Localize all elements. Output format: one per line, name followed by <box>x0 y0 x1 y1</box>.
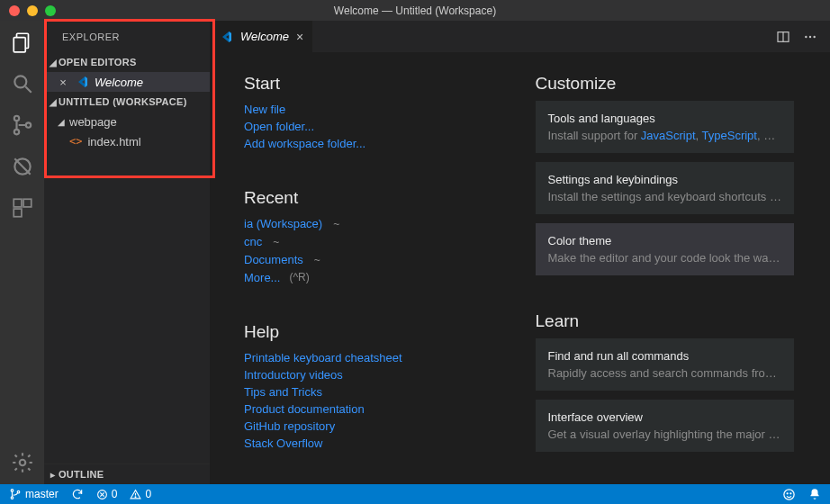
folder-label: webpage <box>69 115 117 129</box>
card-subtitle: Get a visual overlay highlighting the ma… <box>548 428 782 441</box>
svg-point-18 <box>11 490 14 492</box>
warnings-status[interactable]: 0 <box>130 488 151 500</box>
open-editors-header[interactable]: ◢ OPEN EDITORS <box>44 52 210 72</box>
feedback-icon[interactable] <box>782 488 796 501</box>
help-section: Help Printable keyboard cheatsheet Intro… <box>244 322 503 452</box>
window-minimize-button[interactable] <box>27 5 38 16</box>
tabs-bar: Welcome × <box>210 21 830 52</box>
recent-name[interactable]: Documents <box>244 251 303 268</box>
recent-item[interactable]: cnc ~ <box>244 233 503 251</box>
debug-icon[interactable] <box>10 154 35 179</box>
branch-name: master <box>25 488 59 500</box>
card-sub-text: Install support for <box>548 129 641 142</box>
svg-point-16 <box>809 35 811 37</box>
html-file-icon: <> <box>69 135 82 148</box>
extensions-icon[interactable] <box>10 195 35 220</box>
titlebar: Welcome — Untitled (Workspace) <box>0 0 830 21</box>
svg-point-4 <box>14 116 18 121</box>
card-title: Color theme <box>548 234 782 248</box>
tab-welcome[interactable]: Welcome × <box>210 21 313 52</box>
window-close-button[interactable] <box>9 5 20 16</box>
recent-item[interactable]: Documents ~ <box>244 251 503 269</box>
lang-link[interactable]: Pyt… <box>763 129 781 142</box>
svg-line-3 <box>25 86 32 93</box>
customize-card-tools[interactable]: Tools and languages Install support for … <box>536 101 795 153</box>
welcome-page: Start New file Open folder... Add worksp… <box>210 52 830 484</box>
source-control-icon[interactable] <box>10 112 35 138</box>
more-actions-icon[interactable] <box>803 30 817 44</box>
card-subtitle: Rapidly access and search commands from … <box>548 366 782 380</box>
learn-card-commands[interactable]: Find and run all commands Rapidly access… <box>536 338 795 391</box>
svg-point-20 <box>17 490 20 493</box>
window-maximize-button[interactable] <box>45 5 56 16</box>
outline-header[interactable]: ▸ OUTLINE <box>44 464 210 484</box>
svg-point-17 <box>813 35 815 37</box>
welcome-right-column: Customize Tools and languages Install su… <box>536 74 795 463</box>
svg-rect-9 <box>14 199 22 207</box>
close-icon[interactable]: × <box>296 30 303 44</box>
svg-point-2 <box>14 76 26 87</box>
card-title: Settings and keybindings <box>548 173 782 186</box>
svg-point-15 <box>805 35 807 37</box>
svg-point-6 <box>25 122 30 127</box>
open-editors-label: OPEN EDITORS <box>59 57 137 68</box>
recent-name[interactable]: cnc <box>244 233 262 250</box>
card-subtitle: Install support for JavaScript, TypeScri… <box>548 129 782 142</box>
help-link[interactable]: Stack Overflow <box>244 435 503 452</box>
recent-item[interactable]: ia (Workspace) ~ <box>244 215 503 233</box>
file-label: index.html <box>87 135 140 148</box>
close-icon[interactable]: × <box>57 76 69 89</box>
help-link[interactable]: GitHub repository <box>244 418 503 435</box>
workspace-header[interactable]: ◢ UNTITLED (WORKSPACE) <box>44 92 210 112</box>
sidebar: EXPLORER ◢ OPEN EDITORS × Welcome ◢ UNTI… <box>44 21 210 484</box>
notifications-icon[interactable] <box>808 488 821 500</box>
help-link[interactable]: Printable keyboard cheatsheet <box>244 349 503 366</box>
status-bar: master 0 0 <box>0 484 830 504</box>
window-title: Welcome — Untitled (Workspace) <box>0 4 830 17</box>
learn-card-overview[interactable]: Interface overview Get a visual overlay … <box>536 400 795 452</box>
window-controls <box>0 5 56 16</box>
folder-item[interactable]: ◢ webpage <box>44 112 210 131</box>
help-link[interactable]: Tips and Tricks <box>244 383 503 400</box>
vscode-file-icon <box>75 75 89 89</box>
customize-card-settings[interactable]: Settings and keybindings Install the set… <box>536 162 795 214</box>
split-editor-icon[interactable] <box>776 30 790 44</box>
gear-icon[interactable] <box>10 450 35 475</box>
recent-path: ~ <box>273 234 279 251</box>
start-section: Start New file Open folder... Add worksp… <box>244 74 503 152</box>
sidebar-title: EXPLORER <box>44 21 210 52</box>
new-file-link[interactable]: New file <box>244 101 503 118</box>
chevron-right-icon: ▸ <box>48 470 59 480</box>
add-workspace-folder-link[interactable]: Add workspace folder... <box>244 135 503 152</box>
help-link[interactable]: Product documentation <box>244 400 503 418</box>
editor-area: Welcome × Start New file Open fold <box>210 21 830 484</box>
search-icon[interactable] <box>10 71 35 96</box>
open-editor-item[interactable]: × Welcome <box>44 72 210 92</box>
recent-path: ~ <box>333 216 339 233</box>
recent-more-link[interactable]: More... <box>244 269 280 286</box>
sync-status[interactable] <box>71 488 84 500</box>
lang-link[interactable]: JavaScript <box>641 129 696 142</box>
svg-point-26 <box>784 489 794 499</box>
customize-card-theme[interactable]: Color theme Make the editor and your cod… <box>536 223 795 275</box>
help-link[interactable]: Introductory videos <box>244 366 503 383</box>
file-item[interactable]: <> index.html <box>44 131 210 151</box>
git-branch-status[interactable]: master <box>9 488 59 500</box>
open-folder-link[interactable]: Open folder... <box>244 118 503 135</box>
activity-bar <box>0 21 44 484</box>
lang-link[interactable]: TypeScript <box>702 129 757 142</box>
recent-heading: Recent <box>244 188 503 208</box>
explorer-icon[interactable] <box>10 30 35 55</box>
svg-point-12 <box>19 460 25 466</box>
recent-name[interactable]: ia (Workspace) <box>244 215 322 232</box>
customize-heading: Customize <box>536 74 795 94</box>
tab-label: Welcome <box>240 30 289 43</box>
open-editor-label: Welcome <box>95 76 143 89</box>
workspace-label: UNTITLED (WORKSPACE) <box>59 96 187 107</box>
recent-section: Recent ia (Workspace) ~ cnc ~ Documents … <box>244 188 503 286</box>
errors-status[interactable]: 0 <box>96 488 118 500</box>
customize-section: Customize Tools and languages Install su… <box>536 74 795 275</box>
svg-point-28 <box>790 492 791 493</box>
recent-more-hint: (^R) <box>289 269 309 286</box>
svg-rect-11 <box>14 209 22 217</box>
